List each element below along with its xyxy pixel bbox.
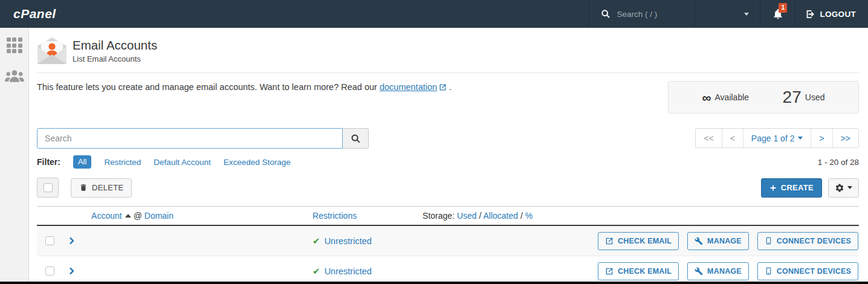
sort-asc-icon (125, 214, 131, 218)
main-content: Email Accounts List Email Accounts This … (29, 28, 868, 284)
used-count: 27 (783, 89, 802, 106)
chevron-down-icon (744, 13, 749, 16)
sort-domain-link[interactable]: Domain (144, 211, 173, 221)
email-accounts-table: Account@ Domain Restrictions Storage: Us… (37, 206, 859, 284)
search-icon (601, 9, 611, 19)
logout-button[interactable]: LOGOUT (795, 0, 868, 28)
external-link-icon (439, 83, 447, 91)
account-dropdown[interactable] (695, 0, 760, 28)
page-title: Email Accounts (73, 38, 157, 53)
email-accounts-icon (37, 37, 67, 65)
gear-icon (835, 183, 844, 193)
page-header: Email Accounts List Email Accounts (37, 28, 859, 73)
chevron-down-icon (798, 137, 803, 140)
restriction-link[interactable]: Unrestricted (325, 266, 372, 276)
chevron-right-icon (67, 236, 76, 245)
available-label: Available (715, 92, 750, 102)
sort-storage-used-link[interactable]: Used (457, 211, 477, 221)
create-button[interactable]: CREATE (761, 178, 822, 198)
wrench-icon (695, 267, 703, 276)
infinity-icon: ∞ (702, 91, 711, 104)
list-search-button[interactable] (343, 128, 369, 149)
notifications-button[interactable]: 1 (760, 0, 795, 28)
column-restrictions: Restrictions (308, 211, 423, 221)
restriction-link[interactable]: Unrestricted (325, 236, 372, 246)
connect-devices-button[interactable]: CONNECT DEVICES (757, 232, 858, 250)
page-subtitle: List Email Accounts (73, 54, 157, 63)
navbar-right: 1 LOGOUT (588, 0, 868, 28)
cpanel-logo: cPanel (13, 0, 56, 28)
check-icon: ✔ (313, 236, 320, 247)
expand-row-button[interactable] (62, 236, 91, 245)
sort-account-link[interactable]: Account (91, 211, 122, 221)
check-email-button[interactable]: CHECK EMAIL (598, 232, 679, 250)
trash-icon (79, 183, 88, 192)
row-checkbox[interactable] (45, 266, 54, 276)
table-row: ✔ Unrestricted CHECK EMAIL MANAGE (37, 226, 859, 256)
mobile-device-icon (765, 266, 772, 276)
table-row: ✔ Unrestricted CHECK EMAIL MANAGE (37, 256, 859, 284)
pagination: << < Page 1 of 2 > >> (695, 128, 859, 148)
pagination-last[interactable]: >> (832, 129, 858, 147)
settings-button[interactable] (828, 178, 859, 198)
select-all-checkbox[interactable] (44, 183, 53, 192)
sort-storage-allocated-link[interactable]: Allocated (483, 211, 518, 221)
select-all-button[interactable] (37, 178, 59, 198)
notification-badge: 1 (779, 3, 787, 13)
plus-icon (769, 184, 777, 192)
restriction-cell: ✔ Unrestricted (308, 266, 423, 277)
column-storage: Storage: Used / Allocated / % (423, 211, 598, 221)
check-icon: ✔ (313, 266, 320, 277)
filter-exceeded-storage[interactable]: Exceeded Storage (224, 158, 291, 167)
intro-text: This feature lets you create and manage … (37, 81, 452, 92)
check-email-button[interactable]: CHECK EMAIL (598, 262, 679, 280)
table-header-row: Account@ Domain Restrictions Storage: Us… (37, 206, 859, 226)
top-navbar: cPanel 1 LOGOUT (0, 0, 868, 28)
pagination-prev[interactable]: < (722, 129, 743, 147)
connect-devices-button[interactable]: CONNECT DEVICES (757, 262, 858, 280)
usage-summary: ∞ Available 27 Used (668, 81, 859, 114)
global-search-input[interactable] (617, 10, 689, 19)
expand-row-button[interactable] (62, 266, 91, 276)
logout-label: LOGOUT (820, 10, 856, 19)
manage-button[interactable]: MANAGE (687, 232, 749, 250)
used-label: Used (805, 92, 825, 102)
global-search[interactable] (588, 0, 695, 28)
column-account-domain: Account@ Domain (91, 211, 308, 221)
pagination-next[interactable]: > (811, 129, 832, 147)
pagination-page-select[interactable]: Page 1 of 2 (743, 129, 811, 147)
search-icon (351, 134, 361, 144)
sort-restrictions-link[interactable]: Restrictions (313, 211, 357, 221)
restriction-cell: ✔ Unrestricted (308, 236, 423, 247)
filter-label: Filter: (37, 157, 60, 167)
apps-grid-icon[interactable] (7, 37, 22, 53)
results-range: 1 - 20 of 28 (818, 158, 859, 167)
filter-default-account[interactable]: Default Account (154, 158, 211, 167)
chevron-right-icon (67, 266, 76, 276)
manage-button[interactable]: MANAGE (687, 262, 749, 280)
list-search (37, 128, 369, 149)
sort-storage-percent-link[interactable]: % (525, 211, 533, 221)
row-checkbox[interactable] (45, 236, 54, 245)
screenshot-bottom-edge (0, 282, 868, 284)
mobile-device-icon (765, 236, 772, 245)
chevron-down-icon (847, 186, 852, 189)
delete-button[interactable]: DELETE (71, 178, 132, 198)
open-external-icon (605, 267, 614, 276)
pagination-first[interactable]: << (696, 129, 721, 147)
user-groups-icon[interactable] (5, 69, 24, 83)
logout-icon (805, 9, 815, 19)
list-search-input[interactable] (37, 128, 343, 149)
documentation-link[interactable]: documentation (380, 82, 437, 92)
filter-all[interactable]: All (73, 155, 91, 169)
wrench-icon (695, 237, 703, 245)
open-external-icon (605, 237, 614, 245)
left-sidebar (0, 28, 29, 284)
filter-restricted[interactable]: Restricted (104, 158, 141, 167)
